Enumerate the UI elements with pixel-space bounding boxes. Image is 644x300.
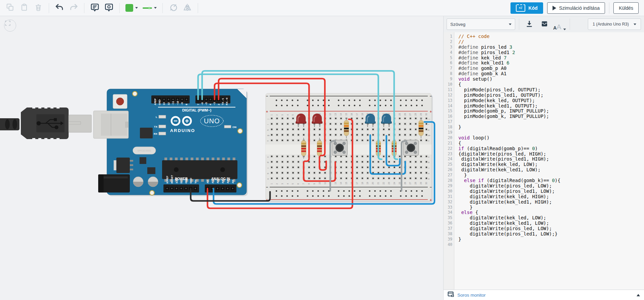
svg-text:7: 7: [302, 183, 305, 184]
code-text-area[interactable]: // C++ code//#define piros_led 3#define …: [454, 32, 644, 290]
svg-text:27: 27: [409, 113, 411, 116]
toolbar-right-group: </ Kód Szimuláció indítása Küldés: [510, 2, 641, 14]
code-line: }: [458, 237, 644, 242]
reset-button[interactable]: [116, 98, 124, 105]
svg-text:9: 9: [313, 183, 315, 184]
circuit-canvas[interactable]: ARDUINO UNO DIGITAL (PWM~) POWER ANALOG …: [0, 16, 443, 300]
svg-text:14: 14: [340, 182, 342, 184]
svg-text:e: e: [267, 156, 269, 158]
trash-icon: [34, 3, 43, 13]
svg-text:A1: A1: [211, 180, 214, 183]
code-editor: 1234567891011121314151617181920212223242…: [444, 32, 644, 290]
zoom-to-fit-button[interactable]: [4, 19, 16, 32]
pushbutton-2[interactable]: [403, 140, 419, 156]
toolbar-divider: [162, 3, 163, 13]
svg-text:RX←0: RX←0: [225, 98, 228, 105]
toolbar-divider: [609, 2, 609, 14]
copy-button[interactable]: [3, 2, 17, 14]
board-select-value: 1 (Arduino Uno R3): [593, 22, 629, 27]
label-button[interactable]: [102, 2, 116, 14]
download-code-button[interactable]: [523, 18, 536, 30]
send-button[interactable]: Küldés: [613, 2, 639, 14]
code-line: digitalWrite(kek_led, HIGH);: [458, 194, 644, 200]
svg-text:i: i: [267, 124, 269, 125]
svg-text:30: 30: [425, 182, 427, 184]
svg-text:25: 25: [399, 182, 401, 184]
send-label: Küldés: [619, 5, 633, 11]
pushbutton-1[interactable]: [332, 140, 347, 156]
svg-text:~5: ~5: [205, 102, 208, 105]
svg-text:−: −: [430, 94, 432, 98]
arduino-model-label: UNO: [204, 117, 220, 125]
flip-button[interactable]: [181, 2, 194, 14]
code-line: digitalWrite(kek_led1, HIGH);: [458, 200, 644, 205]
svg-text:5: 5: [292, 183, 294, 184]
svg-text:2: 2: [217, 104, 220, 105]
usb-cable[interactable]: [0, 106, 91, 140]
svg-text:TX→1: TX→1: [221, 98, 224, 105]
svg-text:j: j: [267, 119, 269, 120]
wire-style-icon: [143, 7, 152, 9]
code-line: [458, 119, 644, 125]
component-color-button[interactable]: [123, 2, 140, 14]
code-line: pinMode(kek_led, OUTPUT);: [458, 98, 644, 103]
svg-text:A2: A2: [216, 180, 219, 183]
svg-text:−: −: [266, 94, 268, 98]
undo-icon: [55, 3, 64, 13]
code-line: void loop(): [458, 135, 644, 141]
chevron-up-icon: [637, 294, 640, 296]
board-select[interactable]: 1 (Arduino Uno R3): [588, 18, 641, 30]
paste-icon: [20, 3, 29, 13]
svg-text:d: d: [427, 162, 430, 163]
svg-text:23: 23: [388, 182, 390, 184]
code-line: digitalWrite(piros_led1, LOW);}: [458, 231, 644, 237]
svg-text:A4: A4: [226, 180, 229, 183]
code-line: digitalWrite(kek_led, LOW);: [458, 162, 644, 167]
delete-button[interactable]: [32, 2, 45, 14]
undo-button[interactable]: [53, 2, 66, 14]
svg-text:A5: A5: [231, 180, 234, 183]
code-line: pinMode(piros_led1, OUTPUT);: [458, 93, 644, 98]
code-line: else {: [458, 210, 644, 215]
code-line: digitalWrite(kek_led, LOW);: [458, 215, 644, 221]
svg-text:15: 15: [345, 182, 347, 184]
svg-text:a: a: [267, 178, 269, 180]
paste-button[interactable]: [17, 2, 31, 14]
redo-button[interactable]: [67, 2, 80, 14]
code-mode-select[interactable]: Szöveg: [447, 18, 515, 30]
code-panel: Szöveg A A 1 (Arduino Uno R3): [443, 16, 644, 300]
svg-text:17: 17: [356, 182, 358, 184]
code-panel-toggle-button[interactable]: </ Kód: [510, 2, 543, 14]
resistor-10k-6[interactable]: [419, 118, 423, 138]
arduino-uno-board[interactable]: ARDUINO UNO DIGITAL (PWM~) POWER ANALOG …: [93, 89, 248, 196]
serial-monitor-icon: [448, 291, 454, 299]
code-line: digitalWrite(piros_led, LOW);: [458, 183, 644, 189]
svg-text:26: 26: [404, 182, 406, 184]
svg-text:3: 3: [281, 183, 283, 184]
flip-horizontal-icon: [183, 3, 192, 13]
libraries-button[interactable]: [538, 18, 551, 30]
text-size-button[interactable]: A A: [553, 18, 566, 30]
svg-text:30: 30: [425, 113, 427, 116]
notes-button[interactable]: [88, 2, 102, 14]
resistor-10k-3[interactable]: [344, 118, 349, 138]
serial-monitor-bar[interactable]: Soros monitor: [444, 290, 644, 300]
wire-style-button[interactable]: [141, 2, 159, 14]
rotate-button[interactable]: [166, 2, 180, 14]
serial-monitor-label: Soros monitor: [457, 293, 486, 298]
svg-text:f: f: [267, 141, 269, 141]
svg-text:29: 29: [420, 113, 422, 116]
svg-text:28: 28: [414, 182, 417, 184]
svg-text:A0: A0: [206, 180, 209, 183]
start-simulation-button[interactable]: Szimuláció indítása: [547, 2, 605, 14]
svg-text:20: 20: [372, 182, 374, 184]
svg-text:d: d: [267, 162, 269, 163]
code-line: void setup(): [458, 77, 644, 82]
svg-text:2: 2: [276, 183, 278, 184]
resistor-220-1[interactable]: [301, 138, 306, 159]
svg-text:14: 14: [340, 113, 342, 116]
svg-text:25: 25: [399, 113, 401, 116]
svg-text:3.3V: 3.3V: [175, 178, 178, 183]
svg-text:16: 16: [350, 113, 353, 116]
code-line: pinMode(piros_led, OUTPUT);: [458, 87, 644, 93]
